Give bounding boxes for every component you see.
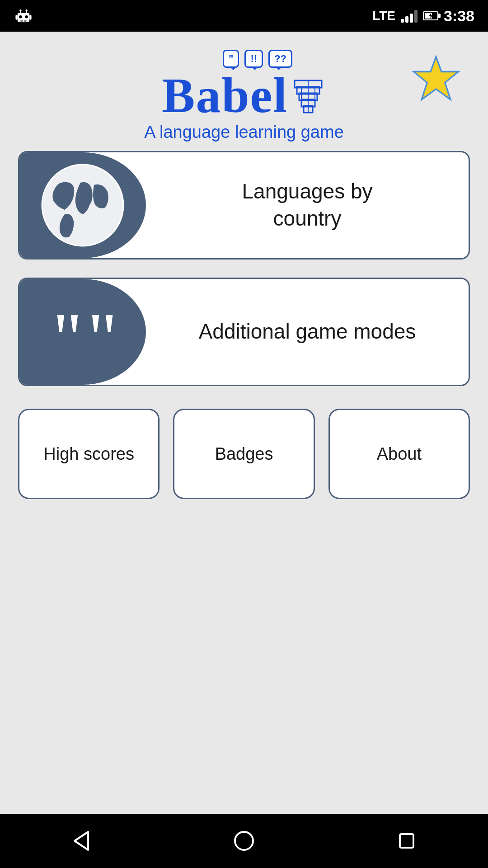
- recent-apps-button[interactable]: [389, 823, 425, 859]
- svg-point-3: [19, 15, 22, 19]
- signal-icon: [401, 9, 418, 23]
- navigation-bar: [0, 814, 488, 868]
- app-title: Babel: [162, 71, 288, 120]
- languages-by-country-label: Languages bycountry: [146, 169, 469, 241]
- quote-icon-container: " ": [19, 279, 146, 385]
- globe-icon-container: [19, 152, 146, 258]
- svg-rect-24: [400, 834, 413, 848]
- svg-point-4: [25, 15, 28, 19]
- battery-icon: [423, 11, 438, 20]
- additional-game-modes-button[interactable]: " " Additional game modes: [18, 278, 470, 386]
- time-display: 3:38: [444, 7, 474, 25]
- recent-icon: [395, 830, 418, 852]
- svg-rect-9: [20, 20, 23, 23]
- badges-button[interactable]: Badges: [173, 409, 314, 499]
- svg-marker-22: [75, 832, 88, 850]
- bottom-buttons: High scores Badges About: [18, 409, 470, 499]
- globe-icon: [38, 160, 128, 250]
- back-button[interactable]: [63, 823, 99, 859]
- svg-point-23: [235, 832, 253, 850]
- robot-icon: [14, 6, 33, 26]
- svg-marker-19: [414, 57, 459, 100]
- high-scores-button[interactable]: High scores: [18, 409, 160, 499]
- main-content: " !! ?? Babel: [0, 32, 488, 814]
- tower-icon: [290, 74, 326, 115]
- svg-point-8: [25, 9, 27, 11]
- home-icon: [233, 830, 255, 852]
- status-icons: LTE 3:38: [372, 7, 474, 25]
- languages-by-country-button[interactable]: Languages bycountry: [18, 151, 470, 259]
- svg-rect-10: [24, 20, 27, 23]
- about-button[interactable]: About: [328, 409, 470, 499]
- header: " !! ?? Babel: [18, 50, 470, 142]
- app-subtitle: A language learning game: [144, 123, 344, 142]
- additional-game-modes-label: Additional game modes: [146, 309, 469, 354]
- quote-icon: " ": [53, 296, 113, 368]
- notification-icons: [14, 6, 33, 26]
- back-icon: [70, 830, 93, 852]
- home-button[interactable]: [226, 823, 262, 859]
- app-logo: " !! ?? Babel: [144, 50, 344, 142]
- status-bar: LTE 3:38: [0, 0, 488, 32]
- network-label: LTE: [372, 9, 395, 23]
- star-icon: [411, 54, 461, 104]
- star-button[interactable]: [411, 54, 461, 106]
- svg-rect-2: [29, 15, 31, 20]
- svg-point-7: [19, 9, 21, 11]
- svg-rect-1: [15, 15, 17, 20]
